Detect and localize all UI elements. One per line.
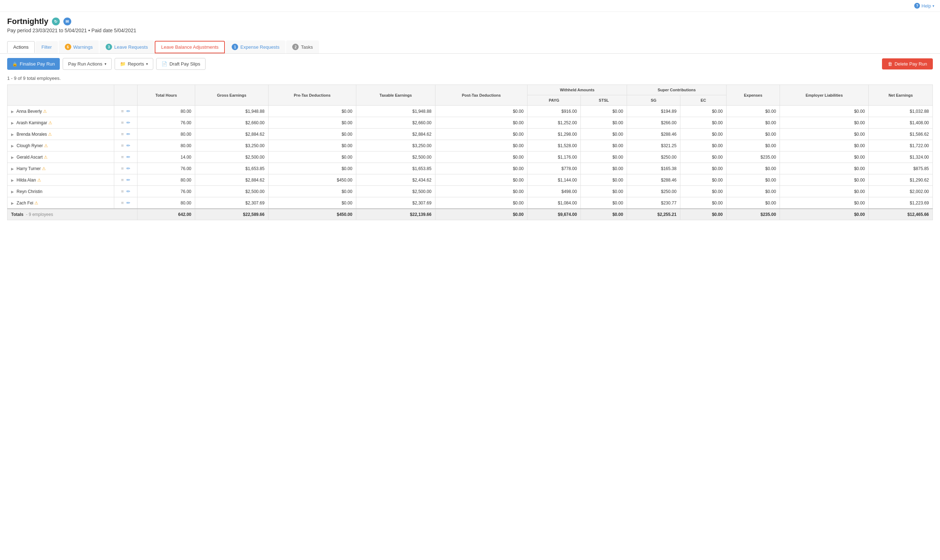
totals-stsl: $0.00: [581, 209, 627, 220]
gross-earnings: $2,884.62: [195, 129, 268, 140]
col-total-hours-header: Total Hours: [137, 85, 195, 106]
delete-pay-run-button[interactable]: 🗑 Delete Pay Run: [882, 58, 933, 69]
employee-edit-icon[interactable]: ✏: [126, 154, 130, 160]
stsl: $0.00: [581, 129, 627, 140]
expand-icon[interactable]: ▶: [11, 121, 14, 125]
employee-name: Harry Turner: [17, 166, 40, 171]
pretax-deductions: $0.00: [268, 186, 356, 197]
totals-expenses: $235.00: [726, 209, 780, 220]
totals-total-hours: 642.00: [137, 209, 195, 220]
tab-tasks[interactable]: 2 Tasks: [286, 40, 319, 53]
employee-edit-icon[interactable]: ✏: [126, 200, 130, 206]
employees-table: Total Hours Gross Earnings Pre-Tax Deduc…: [7, 85, 933, 220]
ec: $0.00: [680, 186, 726, 197]
expand-icon[interactable]: ▶: [11, 109, 14, 114]
stsl: $0.00: [581, 163, 627, 174]
employee-name: Clough Ryner: [17, 143, 43, 148]
warning-icon: ⚠: [48, 132, 52, 137]
employee-list-icon[interactable]: ≡: [121, 120, 124, 125]
employee-edit-icon[interactable]: ✏: [126, 166, 130, 171]
col-super-contributions-header: Super Contributions: [627, 85, 726, 95]
total-hours: 80.00: [137, 174, 195, 186]
total-hours: 80.00: [137, 106, 195, 117]
net-earnings: $1,408.00: [869, 117, 933, 129]
tab-leave-requests[interactable]: 3 Leave Requests: [100, 40, 154, 53]
expenses: $0.00: [726, 186, 780, 197]
finalise-pay-run-button[interactable]: 🔒 Finalise Pay Run: [7, 58, 60, 70]
col-gross-earnings-header: Gross Earnings: [195, 85, 268, 106]
ec: $0.00: [680, 140, 726, 151]
employee-list-icon[interactable]: ≡: [121, 154, 124, 160]
posttax-deductions: $0.00: [435, 140, 527, 151]
tab-leave-balance[interactable]: Leave Balance Adjustments: [155, 41, 225, 53]
employee-list-icon[interactable]: ≡: [121, 143, 124, 148]
col-pretax-deductions-header: Pre-Tax Deductions: [268, 85, 356, 106]
reports-button[interactable]: 📁 Reports ▾: [115, 58, 154, 70]
pay-run-actions-button[interactable]: Pay Run Actions ▾: [63, 58, 111, 70]
totals-payg: $9,674.00: [528, 209, 581, 220]
pretax-deductions: $0.00: [268, 197, 356, 209]
table-row: ▶ Arash Kamingar ⚠ ≡ ✏ 76.00 $2,660.00 $…: [8, 117, 933, 129]
gross-earnings: $3,250.00: [195, 140, 268, 151]
employee-actions-cell: ≡ ✏: [114, 186, 137, 197]
tab-filter[interactable]: Filter: [35, 41, 58, 53]
gross-earnings: $2,500.00: [195, 151, 268, 163]
stsl: $0.00: [581, 106, 627, 117]
net-earnings: $2,002.00: [869, 186, 933, 197]
expand-icon[interactable]: ▶: [11, 132, 14, 137]
col-taxable-earnings-header: Taxable Earnings: [356, 85, 435, 106]
employee-edit-icon[interactable]: ✏: [126, 143, 130, 148]
employee-list-icon[interactable]: ≡: [121, 177, 124, 183]
expand-icon[interactable]: ▶: [11, 178, 14, 182]
employee-edit-icon[interactable]: ✏: [126, 131, 130, 137]
employee-list-icon[interactable]: ≡: [121, 200, 124, 206]
employee-name-cell: ▶ Arash Kamingar ⚠: [8, 117, 114, 129]
employer-liabilities: $0.00: [780, 186, 869, 197]
posttax-deductions: $0.00: [435, 163, 527, 174]
employee-edit-icon[interactable]: ✏: [126, 120, 130, 125]
tab-actions[interactable]: Actions: [7, 41, 35, 53]
sg: $288.46: [627, 129, 680, 140]
employer-liabilities: $0.00: [780, 129, 869, 140]
table-row: ▶ Gerald Ascart ⚠ ≡ ✏ 14.00 $2,500.00 $0…: [8, 151, 933, 163]
stsl: $0.00: [581, 151, 627, 163]
expand-icon[interactable]: ▶: [11, 144, 14, 148]
employee-edit-icon[interactable]: ✏: [126, 189, 130, 194]
email-icon[interactable]: ✉: [63, 17, 71, 25]
tab-expense-requests-badge: 1: [232, 44, 238, 50]
employee-edit-icon[interactable]: ✏: [126, 109, 130, 114]
tab-actions-label: Actions: [13, 45, 29, 50]
pretax-deductions: $0.00: [268, 129, 356, 140]
stsl: $0.00: [581, 197, 627, 209]
expand-icon[interactable]: ▶: [11, 190, 14, 194]
expand-icon[interactable]: ▶: [11, 201, 14, 205]
delete-pay-run-label: Delete Pay Run: [894, 61, 927, 66]
totals-posttax-deductions: $0.00: [435, 209, 527, 220]
employee-list-icon[interactable]: ≡: [121, 189, 124, 194]
total-hours: 80.00: [137, 129, 195, 140]
employee-list-icon[interactable]: ≡: [121, 131, 124, 137]
employee-list-icon[interactable]: ≡: [121, 166, 124, 171]
totals-row: Totals - 9 employees 642.00 $22,589.66 $…: [8, 209, 933, 220]
help-link[interactable]: ? Help ▾: [914, 3, 934, 9]
expand-icon[interactable]: ▶: [11, 155, 14, 159]
expenses: $0.00: [726, 140, 780, 151]
draft-pay-slips-button[interactable]: 📄 Draft Pay Slips: [156, 58, 206, 70]
ec: $0.00: [680, 174, 726, 186]
tab-expense-requests[interactable]: 1 Expense Requests: [226, 40, 285, 53]
gross-earnings: $2,884.62: [195, 174, 268, 186]
employee-edit-icon[interactable]: ✏: [126, 177, 130, 183]
employer-liabilities: $0.00: [780, 174, 869, 186]
expand-icon[interactable]: ▶: [11, 167, 14, 171]
tab-warnings[interactable]: 6 Warnings: [59, 40, 99, 53]
warning-icon: ⚠: [42, 166, 46, 171]
tab-tasks-badge: 2: [292, 44, 298, 50]
totals-ec: $0.00: [680, 209, 726, 220]
warning-icon: ⚠: [44, 143, 48, 148]
refresh-icon[interactable]: ↻: [52, 17, 60, 25]
employee-list-icon[interactable]: ≡: [121, 109, 124, 114]
pay-period: Pay period 23/03/2021 to 5/04/2021 • Pai…: [7, 28, 933, 33]
employer-liabilities: $0.00: [780, 197, 869, 209]
page-title: Fortnightly ↻ ✉: [7, 17, 933, 26]
col-icons-header: [114, 85, 137, 106]
